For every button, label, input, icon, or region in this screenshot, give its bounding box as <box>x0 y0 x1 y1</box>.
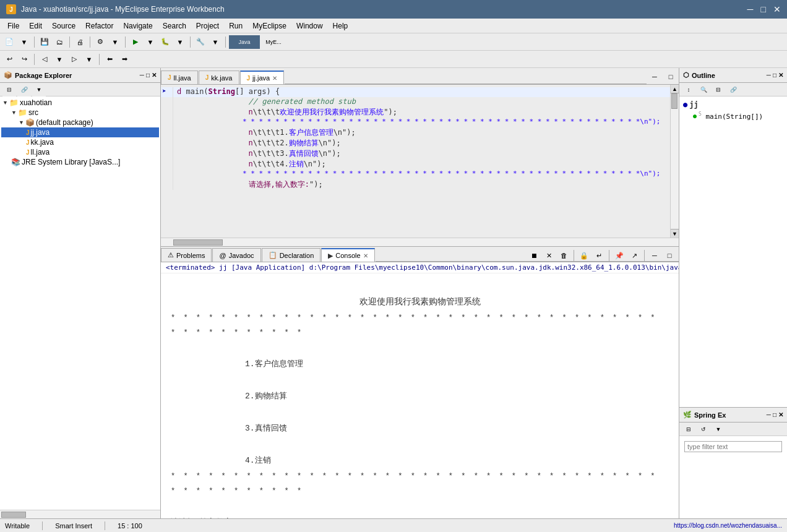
pe-hscroll[interactable] <box>0 510 160 518</box>
console-remove[interactable]: ✕ <box>542 250 556 261</box>
console-terminate[interactable]: ⏹ <box>527 250 541 261</box>
pe-maximize[interactable]: □ <box>146 72 150 79</box>
outline-method-main[interactable]: ● S main(String[]) <box>682 110 785 122</box>
spring-refresh[interactable]: ↺ <box>697 424 710 435</box>
print-button[interactable]: 🖨 <box>73 35 87 49</box>
pe-minimize[interactable]: ─ <box>140 72 144 79</box>
tab-console[interactable]: ▶ Console ✕ <box>321 248 374 262</box>
code-line-2: // generated method stub <box>161 97 670 107</box>
next-edit[interactable]: ▷ <box>67 53 81 66</box>
forward-button[interactable]: ➡ <box>118 53 131 66</box>
outline-filter[interactable]: 🔍 <box>697 84 710 95</box>
tab-declaration[interactable]: 📋 Declaration <box>262 248 321 262</box>
tab-jj[interactable]: J jj.java ✕ <box>240 71 285 84</box>
menu-search[interactable]: Search <box>158 20 191 32</box>
prev-edit-dropdown[interactable]: ▼ <box>53 53 66 66</box>
tree-item-kk[interactable]: J kk.java <box>1 137 159 147</box>
ext-dropdown[interactable]: ▼ <box>209 35 222 49</box>
next-edit-dropdown[interactable]: ▼ <box>82 53 96 66</box>
spring-close[interactable]: ✕ <box>778 411 783 418</box>
sep-1 <box>34 36 35 48</box>
outline-minimize[interactable]: ─ <box>767 72 771 79</box>
tree-item-ll[interactable]: J ll.java <box>1 147 159 157</box>
console-clear[interactable]: 🗑 <box>557 250 570 261</box>
tree-item-xuahotian[interactable]: ▼ 📁 xuahotian <box>1 98 159 108</box>
pe-tree: ▼ 📁 xuahotian ▼ 📁 src ▼ 📦 (default packa… <box>0 97 160 510</box>
save-all-button[interactable]: 🗂 <box>53 35 66 49</box>
menu-file[interactable]: File <box>2 20 24 32</box>
prev-edit[interactable]: ◁ <box>38 53 51 66</box>
new-button[interactable]: 📄 <box>2 35 16 49</box>
run-button[interactable]: ▶ <box>129 35 142 49</box>
spring-minimize[interactable]: ─ <box>767 411 771 418</box>
editor-hscroll[interactable] <box>161 238 679 246</box>
status-link[interactable]: https://blog.csdn.net/wozhendasuaisa... <box>674 522 782 529</box>
tree-item-default-package[interactable]: ▼ 📦 (default package) <box>1 118 159 127</box>
pe-link[interactable]: 🔗 <box>17 83 31 97</box>
myeclipse-perspective[interactable]: MyE... <box>261 35 286 49</box>
menu-navigate[interactable]: Navigate <box>118 20 157 32</box>
console-maximize[interactable]: □ <box>663 250 676 261</box>
tree-item-jre[interactable]: 📚 JRE System Library [JavaS...] <box>1 157 159 167</box>
external-tools[interactable]: 🔧 <box>194 35 207 49</box>
menu-project[interactable]: Project <box>191 20 224 32</box>
debug-button[interactable]: 🐛 <box>158 35 172 49</box>
sep-4 <box>125 36 126 48</box>
console-scroll-lock[interactable]: 🔒 <box>577 250 591 261</box>
spring-menu[interactable]: ▼ <box>712 424 725 435</box>
tree-item-jj[interactable]: J jj.java <box>1 127 159 137</box>
outline-collapse[interactable]: ⊟ <box>712 84 725 95</box>
save-button[interactable]: 💾 <box>38 35 51 49</box>
spring-maximize[interactable]: □ <box>773 411 776 418</box>
editor-vscroll[interactable]: ▲ ▼ <box>670 85 679 238</box>
console-open-external[interactable]: ↗ <box>627 250 641 261</box>
java-perspective[interactable]: Java <box>229 35 260 49</box>
console-pin[interactable]: 📌 <box>613 250 626 261</box>
outline-maximize[interactable]: □ <box>773 72 776 79</box>
tab-problems[interactable]: ⚠ Problems <box>161 248 212 262</box>
pe-close[interactable]: ✕ <box>152 72 157 79</box>
pe-collapse[interactable]: ⊟ <box>2 83 16 97</box>
new-dropdown[interactable]: ▼ <box>17 35 31 49</box>
tree-item-src[interactable]: ▼ 📁 src <box>1 108 159 118</box>
maximize-editor[interactable]: □ <box>664 71 677 83</box>
back-button[interactable]: ⬅ <box>103 53 116 66</box>
editor-inner: ➤ d main(String[] args) { // generated m… <box>161 85 679 238</box>
menu-refactor[interactable]: Refactor <box>80 20 118 32</box>
outline-close[interactable]: ✕ <box>778 72 783 79</box>
console-word-wrap[interactable]: ↵ <box>592 250 606 261</box>
scroll-down-btn[interactable]: ▼ <box>671 229 679 238</box>
minimize-button[interactable]: ─ <box>747 4 754 14</box>
menu-run[interactable]: Run <box>224 20 247 32</box>
menu-myeclipse[interactable]: MyEclipse <box>247 20 291 32</box>
menu-edit[interactable]: Edit <box>24 20 47 32</box>
menu-source[interactable]: Source <box>47 20 80 32</box>
tab-ll[interactable]: J ll.java <box>161 71 198 84</box>
menu-help[interactable]: Help <box>328 20 353 32</box>
outline-link[interactable]: 🔗 <box>726 84 740 95</box>
run-dropdown[interactable]: ▼ <box>144 35 157 49</box>
redo-button[interactable]: ↪ <box>17 53 31 66</box>
outline-sort[interactable]: ↕ <box>682 84 695 95</box>
undo-button[interactable]: ↩ <box>2 53 16 66</box>
tab-javadoc[interactable]: @ Javadoc <box>212 248 260 262</box>
minimize-editor[interactable]: ─ <box>648 71 661 83</box>
console-minimize[interactable]: ─ <box>648 250 661 261</box>
bottom-tab-spacer <box>376 261 525 262</box>
debug-dropdown[interactable]: ▼ <box>173 35 187 49</box>
pe-menu[interactable]: ▼ <box>32 83 46 97</box>
code-area[interactable]: ➤ d main(String[] args) { // generated m… <box>161 85 670 238</box>
tab-kk[interactable]: J kk.java <box>199 71 239 84</box>
close-button[interactable]: ✕ <box>773 4 781 14</box>
build-button[interactable]: ⚙ <box>93 35 107 49</box>
maximize-button[interactable]: □ <box>761 4 766 14</box>
menu-window[interactable]: Window <box>291 20 328 32</box>
line-gutter-6 <box>161 138 173 148</box>
console-close[interactable]: ✕ <box>363 252 368 259</box>
outline-class-jj[interactable]: ● jj <box>682 99 785 110</box>
spring-filter-input[interactable] <box>684 441 782 452</box>
build-dropdown[interactable]: ▼ <box>108 35 122 49</box>
jj-tab-close[interactable]: ✕ <box>272 75 277 82</box>
scroll-up-btn[interactable]: ▲ <box>671 85 679 93</box>
spring-collapse[interactable]: ⊟ <box>682 424 695 435</box>
